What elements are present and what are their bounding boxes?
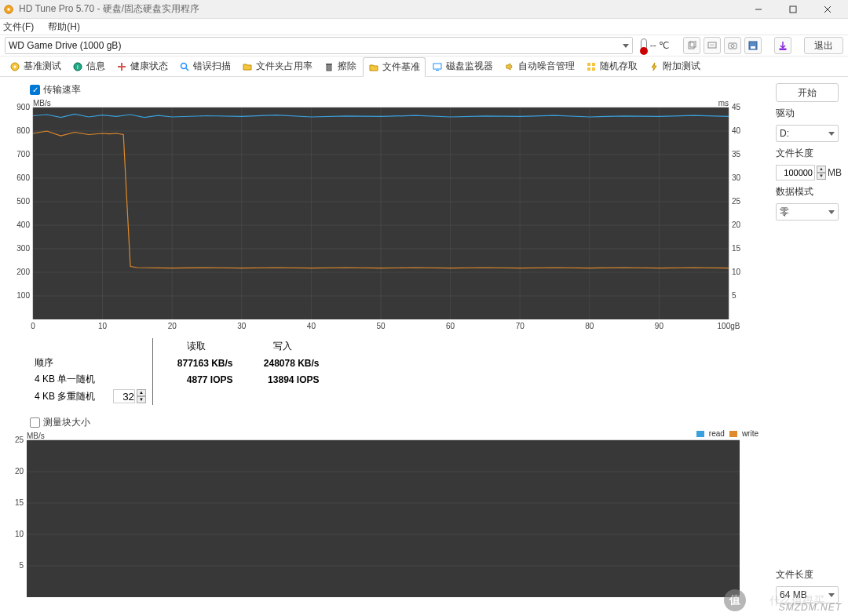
tabbar: 基准测试i信息健康状态错误扫描文件夹占用率擦除文件基准磁盘监视器自动噪音管理随机… xyxy=(0,56,848,77)
speaker-icon xyxy=(504,61,515,72)
chevron-down-icon xyxy=(828,593,835,597)
svg-text:300: 300 xyxy=(16,244,30,253)
svg-rect-28 xyxy=(592,63,595,66)
svg-text:20: 20 xyxy=(168,322,177,330)
queue-depth-spinner[interactable]: ▲▼ xyxy=(137,389,146,403)
svg-text:MB/s: MB/s xyxy=(27,432,45,440)
side-panel: 开始 驱动 D: 文件长度 ▲▼ MB 数据模式 零 文件长度 64 MB xyxy=(776,83,839,603)
svg-text:5: 5 xyxy=(732,291,737,300)
temperature-value: -- ℃ xyxy=(650,40,669,51)
chevron-down-icon xyxy=(828,132,835,136)
svg-text:10: 10 xyxy=(98,322,108,330)
menu-help[interactable]: 帮助(H) xyxy=(48,20,80,34)
search-icon xyxy=(179,61,190,72)
svg-text:20: 20 xyxy=(732,221,741,229)
svg-rect-26 xyxy=(436,70,439,71)
svg-text:25: 25 xyxy=(732,197,741,206)
screenshot-button[interactable] xyxy=(724,37,741,54)
svg-text:200: 200 xyxy=(16,268,30,276)
close-button[interactable] xyxy=(810,0,845,19)
svg-text:25: 25 xyxy=(15,436,24,444)
chevron-down-icon xyxy=(623,44,629,48)
transfer-rate-checkbox[interactable]: ✓ xyxy=(30,85,40,95)
svg-text:70: 70 xyxy=(516,322,525,330)
tab-0[interactable]: 基准测试 xyxy=(5,57,66,75)
mode-select[interactable]: 零 xyxy=(776,203,839,221)
start-button[interactable]: 开始 xyxy=(776,83,839,102)
filelen-spinner[interactable]: ▲▼ xyxy=(817,166,826,180)
svg-text:ms: ms xyxy=(718,99,729,108)
grid-icon xyxy=(586,61,597,72)
tab-10[interactable]: 附加测试 xyxy=(644,57,705,75)
svg-text:40: 40 xyxy=(732,126,741,135)
tab-4[interactable]: 文件夹占用率 xyxy=(237,57,317,75)
exit-button[interactable]: 退出 xyxy=(804,37,843,54)
copy-info-button[interactable] xyxy=(683,37,700,54)
svg-point-1 xyxy=(7,8,10,11)
filelen-label: 文件长度 xyxy=(776,147,839,160)
svg-text:500: 500 xyxy=(16,197,30,206)
temperature-display: -- ℃ xyxy=(641,38,669,53)
options-button[interactable] xyxy=(774,37,791,54)
svg-rect-9 xyxy=(710,44,715,46)
chevron-down-icon xyxy=(828,210,835,214)
tab-3[interactable]: 错误扫描 xyxy=(174,57,236,75)
drive-letter-select[interactable]: D: xyxy=(776,125,839,142)
tab-8[interactable]: 自动噪音管理 xyxy=(499,57,579,75)
filelen-input[interactable] xyxy=(776,165,815,180)
svg-rect-27 xyxy=(587,63,590,66)
svg-text:40: 40 xyxy=(307,322,316,330)
svg-rect-30 xyxy=(592,67,595,71)
window-title: HD Tune Pro 5.70 - 硬盘/固态硬盘实用程序 xyxy=(19,2,199,16)
tab-7[interactable]: 磁盘监视器 xyxy=(427,57,498,75)
svg-text:600: 600 xyxy=(16,173,30,182)
drive-selector[interactable]: WD Game Drive (1000 gB) xyxy=(5,37,633,54)
svg-text:100gB: 100gB xyxy=(718,322,740,330)
svg-text:MB/s: MB/s xyxy=(33,99,51,108)
svg-text:15: 15 xyxy=(15,498,24,507)
svg-text:35: 35 xyxy=(732,150,741,159)
tab-6[interactable]: 文件基准 xyxy=(363,57,426,77)
svg-text:0: 0 xyxy=(31,322,35,330)
svg-text:15: 15 xyxy=(732,244,741,253)
svg-rect-7 xyxy=(690,41,696,47)
svg-text:400: 400 xyxy=(16,221,30,229)
svg-text:30: 30 xyxy=(732,173,741,182)
svg-text:90: 90 xyxy=(655,322,664,330)
svg-text:800: 800 xyxy=(16,126,30,135)
maximize-button[interactable] xyxy=(776,0,810,19)
monitor-icon xyxy=(432,61,443,72)
tab-1[interactable]: i信息 xyxy=(68,57,110,75)
toolbar: WD Game Drive (1000 gB) -- ℃ 退出 xyxy=(0,35,848,56)
svg-rect-20 xyxy=(118,66,126,67)
trash-icon xyxy=(323,61,334,72)
legend-write-label: write xyxy=(742,429,758,438)
svg-rect-13 xyxy=(751,46,755,49)
legend-read-swatch xyxy=(696,431,704,437)
folder-icon xyxy=(242,61,253,72)
menu-file[interactable]: 文件(F) xyxy=(3,20,34,34)
minimize-button[interactable] xyxy=(741,0,776,19)
watermark-text: SMZDM.NET xyxy=(779,602,842,613)
watermark-stamp: 值 xyxy=(724,589,746,611)
svg-text:10: 10 xyxy=(732,268,741,276)
folder-icon xyxy=(368,62,379,73)
drive-label: 驱动 xyxy=(776,107,839,120)
queue-depth-input[interactable] xyxy=(113,389,135,403)
block-size-chart: read write 510152025MB/s xyxy=(9,431,766,603)
tab-9[interactable]: 随机存取 xyxy=(581,57,642,75)
block-size-label: 测量块大小 xyxy=(43,416,90,429)
plus-icon xyxy=(116,61,127,72)
svg-text:30: 30 xyxy=(237,322,247,330)
tab-5[interactable]: 擦除 xyxy=(319,57,361,75)
save-button[interactable] xyxy=(744,37,762,54)
svg-rect-29 xyxy=(587,67,590,71)
svg-point-11 xyxy=(731,45,734,48)
copy-screen-button[interactable] xyxy=(704,37,721,54)
block-size-checkbox-row: 测量块大小 xyxy=(30,416,766,429)
legend-read-label: read xyxy=(709,429,725,438)
block-size-checkbox[interactable] xyxy=(30,417,40,428)
tab-2[interactable]: 健康状态 xyxy=(111,57,173,75)
drive-selector-text: WD Game Drive (1000 gB) xyxy=(9,40,121,51)
legend-write-swatch xyxy=(729,431,737,437)
